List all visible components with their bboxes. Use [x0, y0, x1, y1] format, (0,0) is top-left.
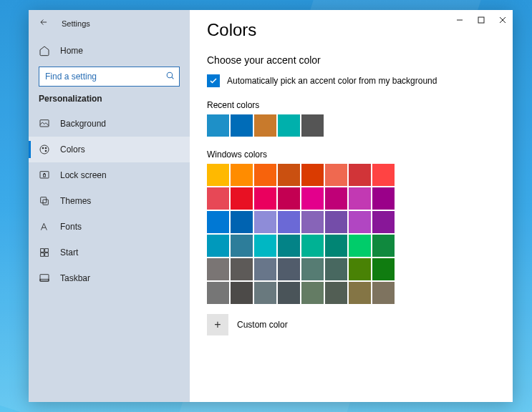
color-swatch[interactable] — [207, 235, 229, 257]
color-swatch[interactable] — [325, 211, 347, 233]
svg-rect-14 — [40, 275, 49, 281]
color-swatch[interactable] — [372, 164, 395, 186]
search-input[interactable] — [39, 67, 180, 87]
color-swatch[interactable] — [254, 235, 276, 257]
sidebar-item-themes[interactable]: Themes — [29, 188, 190, 214]
svg-rect-11 — [45, 249, 49, 252]
search-field[interactable] — [45, 72, 165, 82]
color-swatch[interactable] — [207, 211, 229, 233]
sidebar-item-background[interactable]: Background — [29, 111, 190, 137]
color-swatch[interactable] — [231, 187, 253, 210]
color-swatch[interactable] — [301, 164, 324, 186]
colors-icon — [39, 144, 50, 155]
home-label: Home — [60, 46, 83, 56]
color-swatch[interactable] — [231, 235, 253, 257]
custom-color-button[interactable]: + — [207, 314, 228, 335]
color-swatch[interactable] — [325, 258, 347, 280]
color-swatch[interactable] — [231, 164, 253, 186]
color-swatch[interactable] — [301, 187, 324, 210]
svg-rect-7 — [44, 175, 46, 177]
color-swatch[interactable] — [278, 187, 300, 210]
color-swatch[interactable] — [278, 258, 300, 280]
color-swatch[interactable] — [254, 187, 276, 210]
svg-point-5 — [45, 150, 47, 152]
color-swatch[interactable] — [207, 258, 229, 280]
recent-color-swatch[interactable] — [207, 114, 229, 137]
color-swatch[interactable] — [325, 164, 347, 186]
sidebar-item-fonts[interactable]: Fonts — [29, 214, 190, 240]
color-swatch[interactable] — [349, 282, 371, 304]
back-icon[interactable] — [39, 17, 49, 29]
color-swatch[interactable] — [278, 211, 300, 233]
recent-color-swatch[interactable] — [301, 114, 324, 137]
lockscreen-icon — [39, 170, 50, 181]
color-swatch[interactable] — [231, 258, 253, 280]
sidebar-item-label: Colors — [60, 144, 85, 154]
background-icon — [39, 118, 50, 129]
color-swatch[interactable] — [372, 258, 395, 280]
svg-rect-12 — [41, 253, 44, 257]
color-swatch[interactable] — [301, 258, 324, 280]
color-swatch[interactable] — [301, 235, 324, 257]
color-swatch[interactable] — [349, 187, 371, 210]
svg-point-3 — [42, 147, 44, 149]
sidebar: Settings Home Personalization Background… — [29, 10, 190, 402]
svg-rect-13 — [45, 253, 49, 257]
color-swatch[interactable] — [349, 258, 371, 280]
color-swatch[interactable] — [301, 211, 324, 233]
color-swatch[interactable] — [254, 282, 276, 304]
color-swatch[interactable] — [325, 235, 347, 257]
color-swatch[interactable] — [349, 235, 371, 257]
windows-colors-grid — [207, 164, 400, 304]
color-swatch[interactable] — [278, 282, 300, 304]
sidebar-item-label: Lock screen — [60, 170, 107, 180]
recent-color-swatch[interactable] — [231, 114, 253, 137]
color-swatch[interactable] — [207, 282, 229, 304]
color-swatch[interactable] — [325, 282, 347, 304]
color-swatch[interactable] — [231, 211, 253, 233]
color-swatch[interactable] — [301, 282, 324, 304]
color-swatch[interactable] — [254, 164, 276, 186]
maximize-button[interactable] — [475, 14, 487, 26]
color-swatch[interactable] — [278, 235, 300, 257]
taskbar-icon — [39, 273, 50, 284]
sidebar-item-label: Start — [60, 247, 78, 258]
sidebar-item-label: Taskbar — [60, 273, 90, 283]
auto-accent-checkbox[interactable]: Automatically pick an accent color from … — [207, 74, 498, 87]
color-swatch[interactable] — [231, 282, 253, 304]
fonts-icon — [39, 221, 50, 232]
color-swatch[interactable] — [207, 164, 229, 186]
minimize-button[interactable] — [454, 14, 465, 26]
sidebar-item-start[interactable]: Start — [29, 240, 190, 265]
color-swatch[interactable] — [349, 164, 371, 186]
checkbox-icon — [207, 74, 220, 87]
sidebar-item-taskbar[interactable]: Taskbar — [29, 265, 190, 291]
sidebar-item-label: Fonts — [60, 222, 82, 232]
svg-rect-9 — [43, 200, 48, 205]
recent-color-swatch[interactable] — [278, 114, 300, 137]
svg-rect-15 — [40, 279, 49, 281]
svg-rect-8 — [41, 197, 47, 203]
themes-icon — [39, 195, 50, 207]
sidebar-item-lockscreen[interactable]: Lock screen — [29, 162, 190, 188]
color-swatch[interactable] — [207, 187, 229, 210]
accent-subheading: Choose your accent color — [207, 54, 498, 66]
close-button[interactable] — [497, 14, 508, 26]
color-swatch[interactable] — [372, 187, 395, 210]
svg-point-2 — [40, 145, 49, 154]
color-swatch[interactable] — [372, 282, 395, 304]
color-swatch[interactable] — [254, 211, 276, 233]
sidebar-item-label: Themes — [60, 196, 91, 206]
sidebar-item-colors[interactable]: Colors — [29, 137, 190, 162]
color-swatch[interactable] — [278, 164, 300, 186]
color-swatch[interactable] — [325, 187, 347, 210]
recent-color-swatch[interactable] — [254, 114, 276, 137]
custom-color-label: Custom color — [237, 320, 288, 330]
color-swatch[interactable] — [349, 211, 371, 233]
svg-rect-17 — [478, 17, 484, 23]
home-button[interactable]: Home — [29, 39, 190, 62]
color-swatch[interactable] — [372, 211, 395, 233]
color-swatch[interactable] — [254, 258, 276, 280]
color-swatch[interactable] — [372, 235, 395, 257]
search-icon — [165, 71, 175, 82]
